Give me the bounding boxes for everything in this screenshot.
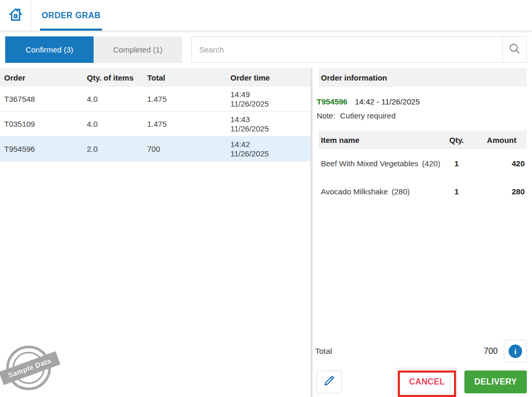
total-value: 700 (484, 347, 498, 356)
cell-qty: 4.0 (87, 120, 147, 128)
col-qty: Qty. of items (87, 73, 147, 82)
cell-qty: 4.0 (87, 95, 147, 103)
items-table-header: Item name Qty. Amount (318, 130, 527, 149)
home-button[interactable] (0, 0, 31, 31)
tab-confirmed[interactable]: Confirmed (3) (5, 36, 94, 63)
search-icon (508, 42, 522, 58)
cell-total: 1.475 (147, 95, 230, 103)
item-amount: 280 (473, 187, 527, 196)
main-area: Order Qty. of items Total Order time T36… (0, 68, 532, 397)
search-box (191, 36, 527, 63)
search-button[interactable] (502, 37, 526, 62)
total-row: Total 700 i (315, 340, 527, 363)
item-qty: 1 (440, 187, 473, 196)
info-icon: i (509, 345, 522, 358)
cell-qty: 2.0 (87, 144, 147, 153)
delivery-button[interactable]: DELIVERY (464, 370, 527, 393)
col-total: Total (147, 73, 230, 82)
cell-order-time: 14:43 11/26/2025 (230, 115, 310, 134)
total-info-button[interactable]: i (504, 340, 527, 363)
cell-order-time: 14:49 11/26/2025 (230, 90, 310, 109)
order-summary: T954596 14:42 - 11/26/2025 Note: Cutlery… (317, 97, 527, 121)
table-row[interactable]: T367548 4.0 1.475 14:49 11/26/2025 (0, 87, 310, 112)
toolbar: Confirmed (3) Completed (1) (5, 36, 527, 63)
nav-tab-order-grab[interactable]: ORDER GRAB (40, 0, 102, 31)
table-row-selected[interactable]: T954596 2.0 700 14:42 11/26/2025 (0, 137, 310, 162)
pencil-icon (322, 374, 336, 390)
top-bar: ORDER GRAB (0, 0, 532, 31)
orders-table-header: Order Qty. of items Total Order time (0, 68, 310, 87)
item-row: Avocado Milkshake(280) 1 280 (318, 177, 527, 205)
cell-order: T954596 (4, 144, 87, 153)
item-qty: 1 (440, 159, 473, 168)
table-row[interactable]: T035109 4.0 1.475 14:43 11/26/2025 (0, 112, 310, 137)
cell-total: 700 (147, 144, 230, 153)
cell-order: T035109 (4, 120, 87, 128)
cancel-button-annotated: CANCEL (397, 368, 457, 396)
edit-order-button[interactable] (317, 370, 342, 393)
order-timestamp: 14:42 - 11/26/2025 (355, 97, 420, 106)
col-item-amount: Amount (473, 136, 527, 144)
cancel-button[interactable]: CANCEL (397, 368, 457, 396)
cell-total: 1.475 (147, 120, 230, 128)
cell-order-time: 14:42 11/26/2025 (230, 140, 310, 158)
total-label: Total (315, 347, 332, 356)
col-item-qty: Qty. (440, 136, 473, 144)
active-tab-underline (40, 29, 102, 31)
tab-completed[interactable]: Completed (1) (94, 36, 182, 63)
item-name: Beef With Mixed Vegetables(420) (321, 159, 440, 168)
nav-tab-label: ORDER GRAB (42, 11, 100, 20)
item-amount: 420 (473, 159, 527, 168)
order-grab-window: ORDER GRAB Confirmed (3) Completed (1) O (0, 0, 532, 397)
note-text: Cutlery required (340, 111, 396, 120)
search-input[interactable] (192, 37, 502, 62)
orders-panel: Order Qty. of items Total Order time T36… (0, 68, 310, 397)
order-id: T954596 (317, 97, 347, 106)
cell-order: T367548 (4, 95, 87, 103)
spacer (314, 205, 527, 340)
col-item-name: Item name (321, 136, 440, 144)
col-order-time: Order time (230, 73, 310, 82)
home-icon (7, 6, 24, 25)
note-label: Note: (317, 111, 335, 120)
order-info-panel: Order information T954596 14:42 - 11/26/… (313, 68, 532, 397)
item-name: Avocado Milkshake(280) (321, 187, 440, 196)
col-order: Order (4, 73, 87, 82)
order-info-title: Order information (318, 68, 527, 87)
actions-row: CANCEL DELIVERY (317, 368, 527, 396)
item-row: Beef With Mixed Vegetables(420) 1 420 (318, 149, 527, 177)
